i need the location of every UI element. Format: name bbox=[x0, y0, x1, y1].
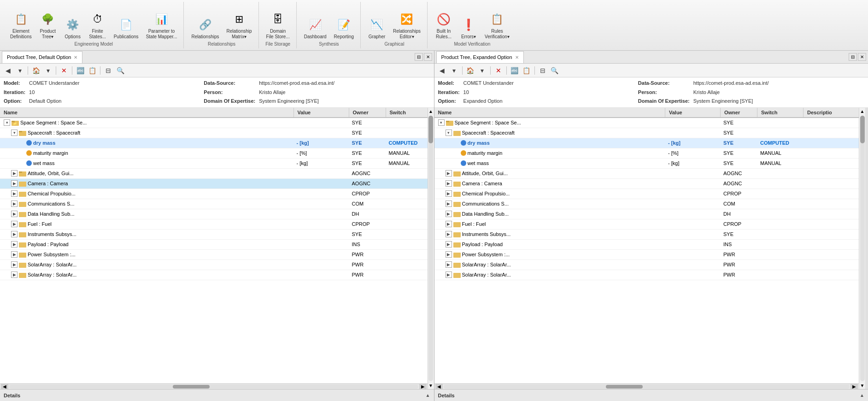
relationships-editor-button[interactable]: 🔀 RelationshipsEditor▾ bbox=[390, 10, 423, 41]
right-row-5[interactable]: ▶ Attitude, Orbit, Gui... AOGNC bbox=[434, 169, 859, 179]
right-row-1[interactable]: ▾ Spacecraft : Spacecraft SYE bbox=[434, 128, 859, 138]
left-home-button[interactable]: 🏠 bbox=[31, 65, 41, 76]
right-tree-area[interactable]: Name Value Owner Switch Descriptio ▾ bbox=[434, 108, 859, 383]
left-vscroll-down[interactable]: ▼ bbox=[428, 382, 434, 389]
product-tree-button[interactable]: 🌳 ProductTree▾ bbox=[36, 10, 59, 41]
left-hscroll-left[interactable]: ◀ bbox=[1, 384, 8, 389]
left-row-10[interactable]: ▶ Fuel : Fuel CPROP bbox=[0, 219, 428, 230]
right-search-button[interactable]: 🔍 bbox=[550, 65, 560, 76]
rules-verification-button[interactable]: 📋 RulesVerification▾ bbox=[482, 10, 512, 41]
right-close-button[interactable]: ✕ bbox=[493, 65, 504, 76]
right-vscroll-thumb[interactable] bbox=[860, 116, 865, 143]
relationship-matrix-button[interactable]: ⊞ RelationshipMatrix▾ bbox=[224, 10, 255, 41]
left-back-button[interactable]: ◀ bbox=[3, 65, 13, 76]
element-definitions-button[interactable]: 📋 ElementDefinitions bbox=[7, 10, 35, 41]
left-copy-button[interactable]: 📋 bbox=[87, 65, 97, 76]
left-row-1[interactable]: ▾ Spacecraft : Spacecraft SYE bbox=[0, 128, 428, 138]
left-row-4[interactable]: wet mass - [kg] SYE MANUAL bbox=[0, 159, 428, 169]
right-row-7[interactable]: ▶ Chemical Propulsio... CPROP bbox=[434, 189, 859, 199]
right-hscroll-left[interactable]: ◀ bbox=[435, 384, 443, 389]
right-tab[interactable]: Product Tree, Expanded Option ✕ bbox=[436, 51, 524, 63]
left-row-6-expand[interactable]: ▶ bbox=[11, 180, 18, 187]
finite-states-button[interactable]: ⏱ FiniteStates... bbox=[86, 10, 109, 41]
left-row-5-expand[interactable]: ▶ bbox=[11, 170, 18, 177]
right-row-2[interactable]: dry mass - [kg] SYE COMPUTED bbox=[434, 138, 859, 148]
left-row-6[interactable]: ▶ Camera : Camera AOGNC bbox=[0, 179, 428, 189]
left-row-2[interactable]: dry mass - [kg] SYE COMPUTED bbox=[0, 138, 428, 148]
right-panel-resize-handle[interactable] bbox=[865, 108, 868, 389]
right-row-12[interactable]: ▶ Payload : Payload INS bbox=[434, 240, 859, 250]
parameter-to-state-button[interactable]: 📊 Parameter toState Mapper... bbox=[143, 10, 180, 41]
right-row-4[interactable]: wet mass - [kg] SYE MANUAL bbox=[434, 159, 859, 169]
left-hscroll-thumb[interactable] bbox=[173, 385, 210, 389]
left-row-14[interactable]: ▶ SolarArray : SolarAr... PWR bbox=[0, 260, 428, 270]
left-filter-button[interactable]: ⊟ bbox=[103, 65, 113, 76]
right-tab-restore-btn[interactable]: ⊟ bbox=[849, 53, 857, 61]
right-tab-close[interactable]: ✕ bbox=[515, 55, 519, 60]
options-button[interactable]: ⚙️ Options bbox=[61, 16, 84, 41]
left-details-bar[interactable]: Details ▲ bbox=[0, 389, 434, 401]
right-vscroll-down[interactable]: ▼ bbox=[859, 382, 866, 389]
left-vscroll-up[interactable]: ▲ bbox=[428, 108, 434, 115]
built-in-rules-button[interactable]: 🚫 Built InRules... bbox=[432, 10, 455, 41]
right-dropdown2-button[interactable]: ▾ bbox=[477, 65, 487, 76]
right-tab-close-all-btn[interactable]: ✕ bbox=[858, 53, 866, 61]
right-row-3[interactable]: maturity margin - [%] SYE MANUAL bbox=[434, 148, 859, 159]
right-back-button[interactable]: ◀ bbox=[437, 65, 447, 76]
publications-button[interactable]: 📄 Publications bbox=[111, 16, 141, 41]
errors-button[interactable]: ❗ Errors▾ bbox=[457, 16, 480, 41]
right-row-14[interactable]: ▶ SolarArray : SolarAr... PWR bbox=[434, 260, 859, 270]
left-row-7-expand[interactable]: ▶ bbox=[11, 190, 18, 197]
left-search-button[interactable]: 🔍 bbox=[115, 65, 125, 76]
left-row-11[interactable]: ▶ Instruments Subsys... SYE bbox=[0, 230, 428, 240]
right-row-0-expand[interactable]: ▾ bbox=[438, 119, 445, 126]
right-search-btn1[interactable]: 🔤 bbox=[510, 65, 520, 76]
right-hscroll[interactable]: ◀ ▶ bbox=[434, 383, 859, 389]
left-tab-close[interactable]: ✕ bbox=[74, 55, 77, 60]
left-tree-area[interactable]: Name Value Owner Switch ▾ 📁 Space Segmen… bbox=[0, 108, 428, 383]
left-row-12[interactable]: ▶ Payload : Payload INS bbox=[0, 240, 428, 250]
right-row-11[interactable]: ▶ Instruments Subsys... SYE bbox=[434, 230, 859, 240]
right-dropdown-button[interactable]: ▾ bbox=[449, 65, 459, 76]
right-row-15[interactable]: ▶ SolarArray : SolarAr... PWR bbox=[434, 270, 859, 280]
left-hscroll[interactable]: ◀ ▶ bbox=[0, 383, 428, 389]
right-copy-button[interactable]: 📋 bbox=[522, 65, 532, 76]
right-row-13[interactable]: ▶ Power Subsystem :... PWR bbox=[434, 250, 859, 260]
left-row-8[interactable]: ▶ Communications S... COM bbox=[0, 199, 428, 209]
right-home-button[interactable]: 🏠 bbox=[465, 65, 475, 76]
left-dropdown2-button[interactable]: ▾ bbox=[43, 65, 53, 76]
right-row-10[interactable]: ▶ Fuel : Fuel CPROP bbox=[434, 219, 859, 230]
left-row-1-expand[interactable]: ▾ bbox=[11, 130, 18, 136]
left-row-7[interactable]: ▶ Chemical Propulsio... CPROP bbox=[0, 189, 428, 199]
left-search-btn1[interactable]: 🔤 bbox=[75, 65, 85, 76]
left-vscroll-thumb[interactable] bbox=[428, 116, 433, 143]
grapher-button[interactable]: 📉 Grapher bbox=[365, 16, 388, 41]
left-row-0-expand[interactable]: ▾ bbox=[4, 119, 10, 126]
right-details-bar[interactable]: Details ▲ bbox=[434, 389, 868, 401]
left-row-13[interactable]: ▶ Power Subsystem :... PWR bbox=[0, 250, 428, 260]
right-vscroll[interactable]: ▲ ▼ bbox=[859, 108, 865, 389]
left-row-3[interactable]: maturity margin - [%] SYE MANUAL bbox=[0, 148, 428, 159]
left-row-5[interactable]: ▶ Attitude, Orbit, Gui... AOGNC bbox=[0, 169, 428, 179]
right-row-0[interactable]: ▾ Space Segment : Space Se... SYE bbox=[434, 118, 859, 128]
left-dropdown-button[interactable]: ▾ bbox=[15, 65, 25, 76]
left-close-button[interactable]: ✕ bbox=[59, 65, 69, 76]
right-row-1-expand[interactable]: ▾ bbox=[446, 130, 452, 136]
left-tab[interactable]: Product Tree, Default Option ✕ bbox=[2, 51, 82, 63]
left-vscroll[interactable]: ▲ ▼ bbox=[428, 108, 434, 389]
right-row-6[interactable]: ▶ Camera : Camera AOGNC bbox=[434, 179, 859, 189]
left-row-9[interactable]: ▶ Data Handling Sub... DH bbox=[0, 209, 428, 219]
right-filter-button[interactable]: ⊟ bbox=[538, 65, 548, 76]
left-hscroll-right[interactable]: ▶ bbox=[419, 384, 427, 389]
left-tab-restore-btn[interactable]: ⊟ bbox=[415, 53, 423, 61]
left-row-15[interactable]: ▶ SolarArray : SolarAr... PWR bbox=[0, 270, 428, 280]
reporting-button[interactable]: 📝 Reporting bbox=[331, 16, 357, 41]
left-tab-close-all-btn[interactable]: ✕ bbox=[424, 53, 432, 61]
dashboard-button[interactable]: 📈 Dashboard bbox=[301, 16, 329, 41]
right-vscroll-up[interactable]: ▲ bbox=[859, 108, 866, 115]
relationships-button[interactable]: 🔗 Relationships bbox=[188, 16, 222, 41]
right-hscroll-right[interactable]: ▶ bbox=[850, 384, 858, 389]
left-row-0[interactable]: ▾ 📁 Space Segment : Space Se... SYE bbox=[0, 118, 428, 128]
domain-file-store-button[interactable]: 🗄 DomainFile Store... bbox=[264, 10, 293, 41]
right-row-9[interactable]: ▶ Data Handling Sub... DH bbox=[434, 209, 859, 219]
